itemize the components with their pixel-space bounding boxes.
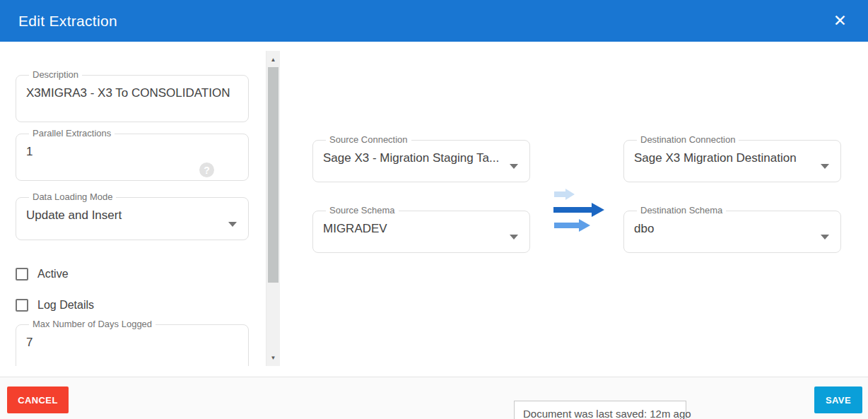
chevron-down-icon[interactable] bbox=[821, 164, 829, 169]
parallel-extractions-value[interactable]: 1 bbox=[26, 145, 238, 159]
parallel-extractions-field[interactable]: Parallel Extractions 1 ? bbox=[16, 129, 249, 181]
log-details-checkbox-row[interactable]: Log Details bbox=[16, 299, 94, 312]
vertical-scrollbar[interactable]: ▲ ▼ bbox=[266, 51, 280, 366]
source-schema-label: Source Schema bbox=[326, 206, 399, 216]
active-checkbox-label: Active bbox=[37, 268, 69, 281]
chevron-down-icon[interactable] bbox=[821, 235, 829, 240]
destination-schema-value: dbo bbox=[634, 222, 831, 236]
description-value[interactable]: X3MIGRA3 - X3 To CONSOLIDATION bbox=[26, 86, 238, 100]
chevron-down-icon[interactable] bbox=[228, 222, 237, 227]
dialog-footer: CANCEL Document was last saved: 12m ago … bbox=[0, 377, 868, 419]
data-loading-mode-label: Data Loading Mode bbox=[29, 192, 116, 202]
help-icon[interactable]: ? bbox=[199, 163, 214, 177]
save-button[interactable]: SAVE bbox=[814, 386, 862, 413]
last-saved-tooltip: Document was last saved: 12m ago bbox=[514, 401, 686, 419]
cancel-button[interactable]: CANCEL bbox=[7, 386, 69, 413]
close-icon[interactable]: ✕ bbox=[831, 11, 850, 30]
dialog-header: Edit Extraction ✕ bbox=[0, 0, 868, 42]
scroll-up-icon[interactable]: ▲ bbox=[266, 54, 280, 65]
source-connection-select[interactable]: Source Connection Sage X3 - Migration St… bbox=[312, 135, 530, 182]
source-connection-value: Sage X3 - Migration Staging Ta... bbox=[323, 151, 520, 165]
scrollbar-thumb[interactable] bbox=[268, 67, 278, 283]
destination-schema-select[interactable]: Destination Schema dbo bbox=[623, 206, 841, 253]
log-details-checkbox[interactable] bbox=[16, 299, 28, 312]
source-schema-select[interactable]: Source Schema MIGRADEV bbox=[312, 206, 530, 253]
destination-connection-value: Sage X3 Migration Destination bbox=[634, 151, 831, 165]
max-days-logged-label: Max Number of Days Logged bbox=[29, 319, 156, 329]
chevron-down-icon[interactable] bbox=[510, 235, 518, 240]
description-field[interactable]: Description X3MIGRA3 - X3 To CONSOLIDATI… bbox=[16, 70, 249, 122]
source-schema-value: MIGRADEV bbox=[323, 222, 520, 236]
destination-connection-label: Destination Connection bbox=[637, 135, 739, 145]
dialog-title: Edit Extraction bbox=[18, 13, 117, 30]
active-checkbox[interactable] bbox=[16, 268, 28, 281]
active-checkbox-row[interactable]: Active bbox=[16, 268, 69, 281]
description-label: Description bbox=[29, 70, 82, 80]
chevron-down-icon[interactable] bbox=[510, 164, 518, 169]
destination-connection-select[interactable]: Destination Connection Sage X3 Migration… bbox=[623, 135, 841, 182]
data-loading-mode-select[interactable]: Data Loading Mode Update and Insert bbox=[16, 192, 249, 240]
source-connection-label: Source Connection bbox=[326, 135, 411, 145]
destination-schema-label: Destination Schema bbox=[637, 206, 726, 216]
parallel-extractions-label: Parallel Extractions bbox=[29, 129, 115, 138]
log-details-checkbox-label: Log Details bbox=[37, 299, 94, 312]
edit-extraction-dialog: Edit Extraction ✕ Description X3MIGRA3 -… bbox=[0, 0, 868, 419]
form-scroll-pane: Description X3MIGRA3 - X3 To CONSOLIDATI… bbox=[0, 42, 266, 366]
data-loading-mode-value: Update and Insert bbox=[26, 208, 238, 223]
max-days-logged-field[interactable]: Max Number of Days Logged 7 bbox=[16, 319, 249, 366]
scroll-down-icon[interactable]: ▼ bbox=[266, 352, 280, 363]
max-days-logged-value[interactable]: 7 bbox=[26, 336, 238, 350]
data-transfer-arrows-icon bbox=[552, 188, 606, 232]
